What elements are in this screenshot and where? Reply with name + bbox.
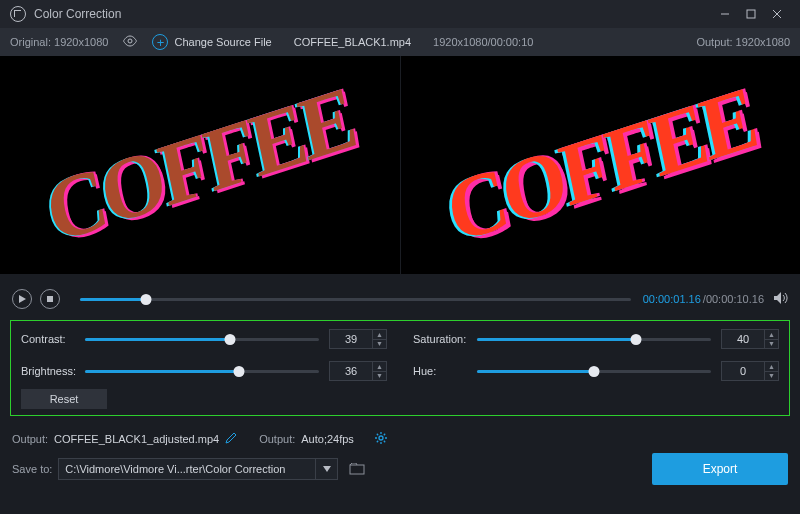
svg-point-4 bbox=[128, 39, 132, 43]
svg-rect-6 bbox=[47, 296, 53, 302]
output-format-value: Auto;24fps bbox=[301, 433, 354, 445]
brightness-step-up[interactable]: ▲ bbox=[373, 362, 386, 372]
contrast-input[interactable] bbox=[329, 329, 373, 349]
time-total: /00:00:10.16 bbox=[703, 293, 764, 305]
maximize-button[interactable] bbox=[738, 5, 764, 23]
minimize-button[interactable] bbox=[712, 5, 738, 23]
preview-original: COFFEE bbox=[0, 56, 401, 274]
close-button[interactable] bbox=[764, 5, 790, 23]
saturation-slider[interactable] bbox=[477, 338, 711, 341]
hue-input[interactable] bbox=[721, 361, 765, 381]
play-button[interactable] bbox=[12, 289, 32, 309]
output-format-label: Output: bbox=[259, 433, 295, 445]
toolbar: Original: 1920x1080 + Change Source File… bbox=[0, 28, 800, 56]
preview-content-original: COFFEE bbox=[40, 77, 359, 253]
seek-fill bbox=[80, 298, 146, 301]
export-button[interactable]: Export bbox=[652, 453, 788, 485]
time-current: 00:00:01.16 bbox=[643, 293, 701, 305]
open-folder-icon[interactable] bbox=[344, 458, 370, 480]
add-source-icon[interactable]: + bbox=[152, 34, 168, 50]
saturation-input[interactable] bbox=[721, 329, 765, 349]
svg-marker-7 bbox=[774, 292, 781, 304]
source-filename: COFFEE_BLACK1.mp4 bbox=[294, 36, 411, 48]
hue-step-down[interactable]: ▼ bbox=[765, 372, 778, 381]
hue-label: Hue: bbox=[413, 365, 477, 377]
svg-rect-10 bbox=[350, 465, 364, 474]
contrast-step-up[interactable]: ▲ bbox=[373, 330, 386, 340]
brightness-slider[interactable] bbox=[85, 370, 319, 373]
volume-icon[interactable] bbox=[774, 292, 788, 306]
window-title: Color Correction bbox=[34, 7, 712, 21]
app-logo-icon bbox=[10, 6, 26, 22]
source-meta: 1920x1080/00:00:10 bbox=[433, 36, 533, 48]
svg-point-8 bbox=[379, 436, 383, 440]
save-path-text: C:\Vidmore\Vidmore Vi...rter\Color Corre… bbox=[65, 463, 285, 475]
saturation-label: Saturation: bbox=[413, 333, 477, 345]
saturation-control: Saturation: ▲▼ bbox=[413, 329, 779, 349]
change-source-button[interactable]: Change Source File bbox=[174, 36, 271, 48]
hue-step-up[interactable]: ▲ bbox=[765, 362, 778, 372]
brightness-step-down[interactable]: ▼ bbox=[373, 372, 386, 381]
save-label: Save to: bbox=[12, 463, 52, 475]
contrast-step-down[interactable]: ▼ bbox=[373, 340, 386, 349]
output-filename: COFFEE_BLACK1_adjusted.mp4 bbox=[54, 433, 219, 445]
contrast-slider[interactable] bbox=[85, 338, 319, 341]
seek-slider[interactable] bbox=[80, 298, 631, 301]
preview-area: COFFEE COFFEE bbox=[0, 56, 800, 274]
reset-button[interactable]: Reset bbox=[21, 389, 107, 409]
svg-rect-1 bbox=[747, 10, 755, 18]
hue-slider[interactable] bbox=[477, 370, 711, 373]
transport-bar: 00:00:01.16 /00:00:10.16 bbox=[0, 282, 800, 316]
adjustments-panel: Contrast: ▲▼ Saturation: ▲▼ Brightness: … bbox=[10, 320, 790, 416]
brightness-label: Brightness: bbox=[21, 365, 85, 377]
titlebar: Color Correction bbox=[0, 0, 800, 28]
save-row: Save to: C:\Vidmore\Vidmore Vi...rter\Co… bbox=[0, 454, 800, 484]
seek-thumb[interactable] bbox=[141, 294, 152, 305]
svg-marker-9 bbox=[323, 466, 331, 472]
contrast-control: Contrast: ▲▼ bbox=[21, 329, 387, 349]
stop-button[interactable] bbox=[40, 289, 60, 309]
save-path-dropdown[interactable] bbox=[316, 458, 338, 480]
saturation-step-down[interactable]: ▼ bbox=[765, 340, 778, 349]
brightness-input[interactable] bbox=[329, 361, 373, 381]
saturation-step-up[interactable]: ▲ bbox=[765, 330, 778, 340]
output-row: Output: COFFEE_BLACK1_adjusted.mp4 Outpu… bbox=[0, 424, 800, 454]
original-res-label: Original: 1920x1080 bbox=[10, 36, 108, 48]
output-res-label: Output: 1920x1080 bbox=[696, 36, 790, 48]
contrast-label: Contrast: bbox=[21, 333, 85, 345]
preview-output: COFFEE bbox=[401, 56, 801, 274]
output-label: Output: bbox=[12, 433, 48, 445]
rename-icon[interactable] bbox=[225, 432, 237, 446]
save-path-field[interactable]: C:\Vidmore\Vidmore Vi...rter\Color Corre… bbox=[58, 458, 316, 480]
hue-control: Hue: ▲▼ bbox=[413, 361, 779, 381]
preview-content-output: COFFEE bbox=[441, 77, 760, 253]
brightness-control: Brightness: ▲▼ bbox=[21, 361, 387, 381]
preview-toggle-icon[interactable] bbox=[122, 35, 138, 49]
svg-marker-5 bbox=[19, 295, 26, 303]
settings-icon[interactable] bbox=[374, 431, 388, 447]
